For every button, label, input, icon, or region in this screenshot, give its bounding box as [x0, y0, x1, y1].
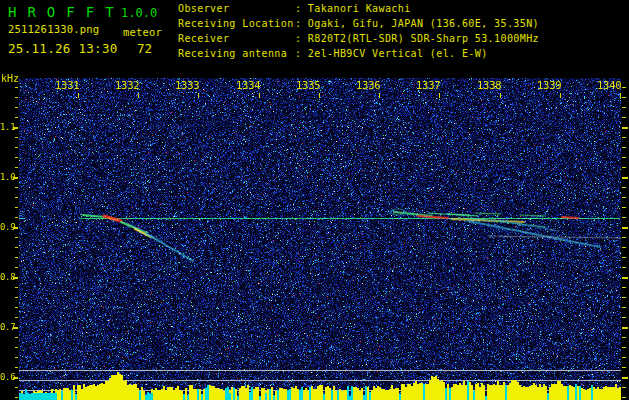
- info-label: Receiver: [178, 31, 295, 46]
- freq-tick-label: 0.9: [0, 222, 13, 232]
- info-value: : Takanori Kawachi: [295, 3, 411, 14]
- freq-tick-label: 0.6: [0, 372, 13, 382]
- file-name: 2511261330.png: [8, 23, 99, 35]
- info-value: : Ogaki, Gifu, JAPAN (136.60E, 35.35N): [295, 18, 539, 29]
- info-value: : R820T2(RTL-SDR) SDR-Sharp 53.1000MHz: [295, 33, 539, 44]
- app-title: HROFFT: [8, 4, 125, 20]
- info-label: Receiving antenna: [178, 46, 295, 61]
- freq-tick-label: 1.0: [0, 172, 13, 182]
- time-tick-label: 1336: [356, 79, 384, 91]
- mode-label: meteor: [123, 26, 162, 38]
- time-tick-label: 1333: [175, 79, 203, 91]
- info-row: Observer: Takanori Kawachi: [178, 1, 539, 16]
- time-tick-label: 1339: [537, 79, 565, 91]
- info-row: Receiving antenna: 2el-HB9CV Vertical (e…: [178, 46, 539, 61]
- time-tick-label: 1331: [55, 79, 83, 91]
- app-version: 1.0.0: [121, 6, 157, 20]
- timestamp: 25.11.26 13:30: [8, 41, 118, 56]
- time-tick-label: 1337: [416, 79, 444, 91]
- station-info-table: Observer: Takanori KawachiReceiving Loca…: [178, 1, 539, 61]
- time-tick-label: 1335: [296, 79, 324, 91]
- info-row: Receiving Location: Ogaki, Gifu, JAPAN (…: [178, 16, 539, 31]
- info-label: Receiving Location: [178, 16, 295, 31]
- time-tick-label: 1334: [236, 79, 264, 91]
- info-value: : 2el-HB9CV Vertical (el. E-W): [295, 48, 488, 59]
- hrofft-window: HROFFT 1.0.0 2511261330.png meteor 25.11…: [0, 0, 629, 400]
- freq-tick-label: 0.7: [0, 322, 13, 332]
- time-tick-label: 1332: [115, 79, 143, 91]
- freq-tick-label: 0.8: [0, 272, 13, 282]
- info-row: Receiver: R820T2(RTL-SDR) SDR-Sharp 53.1…: [178, 31, 539, 46]
- freq-tick-label: 1.1: [0, 122, 13, 132]
- time-tick-label: 1340: [597, 79, 625, 91]
- echo-count: 72: [137, 41, 152, 56]
- info-label: Observer: [178, 1, 295, 16]
- frequency-unit-label: kHz: [1, 73, 19, 84]
- spectrogram-canvas: [0, 65, 629, 400]
- time-tick-label: 1338: [477, 79, 505, 91]
